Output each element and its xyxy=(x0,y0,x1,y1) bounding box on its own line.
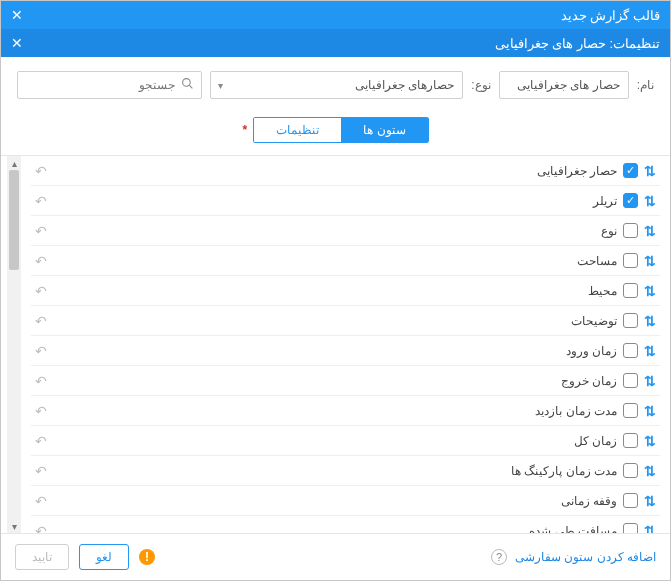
modal-subtitle: تنظیمات: حصار های جغرافیایی xyxy=(495,36,660,51)
column-checkbox[interactable] xyxy=(623,433,638,448)
type-select[interactable]: حصارهای جغرافیایی xyxy=(210,71,463,99)
columns-area: ⇅حصار جغرافیایی↶⇅تریلر↶⇅نوع↶⇅مساحت↶⇅محیط… xyxy=(1,155,670,533)
undo-icon[interactable]: ↶ xyxy=(35,313,47,329)
svg-line-1 xyxy=(189,85,192,88)
drag-handle-icon[interactable]: ⇅ xyxy=(644,313,656,329)
column-label: محیط xyxy=(588,284,617,298)
undo-icon[interactable]: ↶ xyxy=(35,253,47,269)
column-checkbox[interactable] xyxy=(623,523,638,533)
column-row: ⇅محیط↶ xyxy=(31,276,660,306)
column-checkbox[interactable] xyxy=(623,253,638,268)
search-input[interactable] xyxy=(17,71,202,99)
drag-handle-icon[interactable]: ⇅ xyxy=(644,523,656,534)
footer: اضافه کردن ستون سفارشی ? ! لغو تایید xyxy=(1,533,670,580)
undo-icon[interactable]: ↶ xyxy=(35,523,47,534)
column-checkbox[interactable] xyxy=(623,373,638,388)
undo-icon[interactable]: ↶ xyxy=(35,193,47,209)
column-row: ⇅مسافت طی شده↶ xyxy=(31,516,660,533)
required-indicator: * xyxy=(243,123,248,137)
column-row: ⇅حصار جغرافیایی↶ xyxy=(31,156,660,186)
drag-handle-icon[interactable]: ⇅ xyxy=(644,343,656,359)
undo-icon[interactable]: ↶ xyxy=(35,343,47,359)
column-label: تریلر xyxy=(593,194,617,208)
column-checkbox[interactable] xyxy=(623,343,638,358)
cancel-button[interactable]: لغو xyxy=(79,544,129,570)
tab-group: ستون ها تنظیمات xyxy=(253,117,428,143)
column-row: ⇅تریلر↶ xyxy=(31,186,660,216)
drag-handle-icon[interactable]: ⇅ xyxy=(644,373,656,389)
drag-handle-icon[interactable]: ⇅ xyxy=(644,253,656,269)
column-checkbox[interactable] xyxy=(623,193,638,208)
footer-right: اضافه کردن ستون سفارشی ? xyxy=(491,549,656,565)
column-label: مسافت طی شده xyxy=(529,524,617,534)
column-checkbox[interactable] xyxy=(623,163,638,178)
undo-icon[interactable]: ↶ xyxy=(35,403,47,419)
column-checkbox[interactable] xyxy=(623,223,638,238)
undo-icon[interactable]: ↶ xyxy=(35,223,47,239)
modal-subtitlebar: تنظیمات: حصار های جغرافیایی ✕ xyxy=(1,29,670,57)
column-row: ⇅نوع↶ xyxy=(31,216,660,246)
column-row: ⇅وقفه زمانی↶ xyxy=(31,486,660,516)
tab-columns[interactable]: ستون ها xyxy=(341,118,427,142)
undo-icon[interactable]: ↶ xyxy=(35,373,47,389)
drag-handle-icon[interactable]: ⇅ xyxy=(644,223,656,239)
form-row: نام: نوع: حصارهای جغرافیایی ▾ xyxy=(1,57,670,109)
add-custom-column-button[interactable]: اضافه کردن ستون سفارشی xyxy=(515,550,656,564)
drag-handle-icon[interactable]: ⇅ xyxy=(644,463,656,479)
drag-handle-icon[interactable]: ⇅ xyxy=(644,433,656,449)
column-label: حصار جغرافیایی xyxy=(537,164,617,178)
column-label: توضیحات xyxy=(571,314,617,328)
column-checkbox[interactable] xyxy=(623,313,638,328)
footer-left: ! لغو تایید xyxy=(15,544,155,570)
name-input[interactable] xyxy=(499,71,629,99)
scroll-down-icon[interactable]: ▾ xyxy=(7,519,21,533)
scroll-thumb[interactable] xyxy=(9,170,19,270)
close-settings-icon[interactable]: ✕ xyxy=(11,35,23,51)
close-icon[interactable]: ✕ xyxy=(11,7,23,23)
column-checkbox[interactable] xyxy=(623,493,638,508)
drag-handle-icon[interactable]: ⇅ xyxy=(644,493,656,509)
name-label: نام: xyxy=(637,78,654,92)
search-icon xyxy=(181,77,194,93)
column-label: زمان ورود xyxy=(566,344,617,358)
undo-icon[interactable]: ↶ xyxy=(35,433,47,449)
scroll-up-icon[interactable]: ▴ xyxy=(7,156,21,170)
column-row: ⇅مدت زمان بازدید↶ xyxy=(31,396,660,426)
column-row: ⇅زمان کل↶ xyxy=(31,426,660,456)
scrollbar[interactable]: ▴ ▾ xyxy=(7,156,21,533)
svg-point-0 xyxy=(183,79,191,87)
drag-handle-icon[interactable]: ⇅ xyxy=(644,403,656,419)
column-label: نوع xyxy=(601,224,617,238)
column-label: زمان کل xyxy=(574,434,617,448)
confirm-button[interactable]: تایید xyxy=(15,544,69,570)
column-row: ⇅زمان ورود↶ xyxy=(31,336,660,366)
drag-handle-icon[interactable]: ⇅ xyxy=(644,193,656,209)
drag-handle-icon[interactable]: ⇅ xyxy=(644,283,656,299)
undo-icon[interactable]: ↶ xyxy=(35,283,47,299)
report-template-modal: قالب گزارش جدید ✕ تنظیمات: حصار های جغرا… xyxy=(0,0,671,581)
column-row: ⇅مساحت↶ xyxy=(31,246,660,276)
column-checkbox[interactable] xyxy=(623,463,638,478)
column-row: ⇅زمان خروج↶ xyxy=(31,366,660,396)
column-label: مدت زمان بازدید xyxy=(535,404,617,418)
column-label: وقفه زمانی xyxy=(561,494,617,508)
column-checkbox[interactable] xyxy=(623,283,638,298)
type-select-wrap: حصارهای جغرافیایی ▾ xyxy=(210,71,463,99)
undo-icon[interactable]: ↶ xyxy=(35,163,47,179)
type-label: نوع: xyxy=(471,78,490,92)
help-icon[interactable]: ? xyxy=(491,549,507,565)
column-label: مساحت xyxy=(577,254,617,268)
column-row: ⇅توضیحات↶ xyxy=(31,306,660,336)
modal-title: قالب گزارش جدید xyxy=(561,8,660,23)
column-label: مدت زمان پارکینگ ها xyxy=(511,464,617,478)
column-label: زمان خروج xyxy=(561,374,617,388)
tab-settings[interactable]: تنظیمات xyxy=(254,118,341,142)
undo-icon[interactable]: ↶ xyxy=(35,463,47,479)
column-row: ⇅مدت زمان پارکینگ ها↶ xyxy=(31,456,660,486)
column-checkbox[interactable] xyxy=(623,403,638,418)
tabs: ستون ها تنظیمات * xyxy=(1,109,670,155)
drag-handle-icon[interactable]: ⇅ xyxy=(644,163,656,179)
undo-icon[interactable]: ↶ xyxy=(35,493,47,509)
modal-titlebar: قالب گزارش جدید ✕ xyxy=(1,1,670,29)
warning-icon: ! xyxy=(139,549,155,565)
